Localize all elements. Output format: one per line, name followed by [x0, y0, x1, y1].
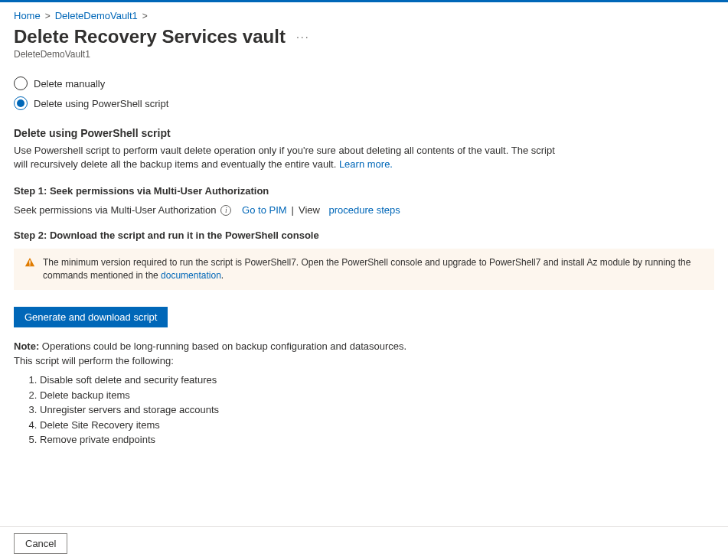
go-to-pim-link[interactable]: Go to PIM [242, 204, 287, 216]
step2-heading: Step 2: Download the script and run it i… [14, 230, 714, 241]
note-sub: This script will perform the following: [14, 355, 714, 366]
breadcrumb-home[interactable]: Home [14, 10, 41, 21]
cancel-button[interactable]: Cancel [14, 533, 67, 554]
delete-method-radio-group: Delete manually Delete using PowerShell … [14, 77, 714, 110]
script-actions-list: Disable soft delete and security feature… [14, 373, 714, 448]
radio-delete-manually[interactable]: Delete manually [14, 77, 714, 90]
list-item: Disable soft delete and security feature… [40, 373, 714, 388]
list-item: Unregister servers and storage accounts [40, 402, 714, 418]
breadcrumb-vault[interactable]: DeleteDemoVault1 [55, 10, 138, 21]
radio-icon [14, 96, 28, 110]
generate-download-button[interactable]: Generate and download script [14, 307, 168, 327]
breadcrumb: Home > DeleteDemoVault1 > [14, 10, 714, 21]
warning-icon [24, 257, 35, 268]
list-item: Remove private endpoints [40, 432, 714, 448]
step1-body: Seek permissions via Multi-User Authoriz… [14, 204, 714, 216]
svg-rect-0 [29, 261, 30, 264]
chevron-right-icon: > [142, 11, 148, 21]
info-icon[interactable]: i [220, 205, 231, 216]
footer: Cancel [0, 526, 728, 560]
radio-delete-script[interactable]: Delete using PowerShell script [14, 96, 714, 110]
list-item: Delete Site Recovery items [40, 418, 714, 433]
learn-more-link[interactable]: Learn more. [339, 158, 393, 170]
radio-icon [14, 77, 28, 90]
radio-label: Delete using PowerShell script [34, 98, 168, 109]
procedure-steps-link[interactable]: procedure steps [329, 204, 400, 216]
page-title: Delete Recovery Services vault [14, 26, 286, 47]
documentation-link[interactable]: documentation [161, 270, 221, 281]
svg-rect-1 [29, 265, 30, 265]
warning-text: The minimum version required to run the … [43, 256, 704, 282]
warning-banner: The minimum version required to run the … [14, 249, 714, 290]
section-heading: Delete using PowerShell script [14, 127, 714, 139]
more-icon[interactable]: ··· [293, 31, 313, 43]
radio-label: Delete manually [34, 78, 105, 90]
list-item: Delete backup items [40, 388, 714, 403]
section-description: Use Powershell script to perform vault d… [14, 144, 565, 171]
note-line: Note: Operations could be long-running b… [14, 340, 714, 353]
chevron-right-icon: > [45, 11, 51, 21]
page-subtitle: DeleteDemoVault1 [14, 49, 714, 60]
step1-heading: Step 1: Seek permissions via Multi-User … [14, 185, 714, 197]
